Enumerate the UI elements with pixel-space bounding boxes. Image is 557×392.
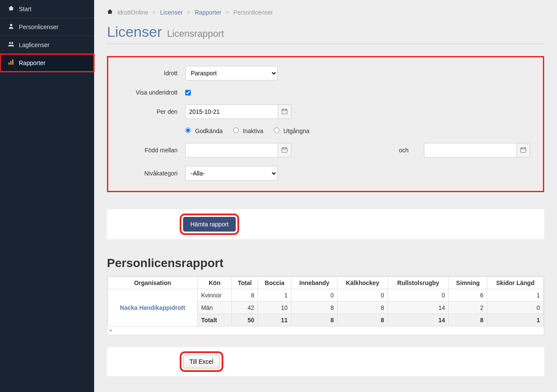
report-table-wrap: Organisation Kön Total Boccia Innebandy … [107,276,544,335]
born-to-input[interactable] [424,143,516,157]
svg-rect-5 [12,59,14,65]
col-kalkhockey: Kälkhockey [338,277,388,289]
and-label: och [399,147,416,154]
sidebar-item-label: Rapporter [19,59,45,66]
show-sub-checkbox[interactable] [185,90,191,95]
level-label: Nivåkategori [117,170,185,177]
status-inactive-option[interactable]: Inaktiva [233,128,264,134]
svg-point-2 [11,42,13,44]
col-total: Total [232,277,258,289]
calendar-icon [281,108,287,116]
svg-rect-3 [9,62,10,65]
report-title: Personlicensrapport [107,256,544,270]
sidebar-item-label: Start [19,6,32,12]
svg-rect-12 [283,147,284,148]
table-row: Nacka Handikappidrott Kvinnor 8 1 0 0 0 … [108,289,544,302]
home-icon [7,5,15,12]
calendar-icon [520,147,526,154]
svg-point-1 [9,42,11,44]
report-table: Organisation Kön Total Boccia Innebandy … [107,276,544,327]
user-icon [7,23,15,30]
svg-rect-6 [282,109,287,114]
excel-panel: Till Excel [107,347,544,376]
home-icon [107,9,115,16]
breadcrumb-sep: > [187,9,190,16]
level-select[interactable]: -Alla- [185,166,278,181]
svg-rect-9 [286,108,287,110]
breadcrumb: IdrottOnline > Licenser > Rapporter > Pe… [107,9,544,16]
sidebar-item-rapporter[interactable]: Rapporter [0,54,94,72]
col-innebandy: Innebandy [291,277,338,289]
svg-rect-8 [283,108,284,110]
svg-rect-14 [521,148,526,152]
sidebar-item-start[interactable]: Start [0,0,94,18]
col-simning: Simning [449,277,487,289]
breadcrumb-sep: > [225,9,229,16]
divider [107,44,544,44]
status-approved-option[interactable]: Godkända [185,128,223,134]
sidebar-item-label: Personlicenser [19,24,59,30]
to-excel-button[interactable]: Till Excel [183,355,220,368]
born-from-input[interactable] [185,143,278,157]
svg-rect-4 [10,61,12,65]
sidebar-item-personlicenser[interactable]: Personlicenser [0,18,94,36]
svg-rect-16 [521,147,522,148]
calendar-button[interactable] [516,143,530,157]
page-subtitle: Licensrapport [167,28,224,39]
sport-label: Idrott [117,70,185,77]
calendar-button[interactable] [278,143,291,157]
col-rullstolsrugby: Rullstolsrugby [388,277,449,289]
breadcrumb-link-rapporter[interactable]: Rapporter [195,9,221,16]
calendar-icon [281,147,287,154]
calendar-button[interactable] [278,104,291,119]
main-content: IdrottOnline > Licenser > Rapporter > Pe… [94,0,557,392]
gender-cell: Kvinnor [198,289,232,302]
sport-select[interactable]: Parasport [185,66,278,80]
filter-form: Idrott Parasport Visa underidrott Per de… [107,56,544,192]
gender-cell: Män [198,302,232,314]
fetch-panel: Hämta rapport [107,209,544,239]
page-header: Licenser Licensrapport [107,24,544,40]
born-between-label: Född mellan [117,147,185,154]
sidebar: Start Personlicenser Laglicenser Rapport… [0,0,94,392]
scroll-hint: ◂ [107,327,544,334]
table-header-row: Organisation Kön Total Boccia Innebandy … [108,277,544,289]
svg-rect-13 [286,147,287,148]
status-expired-radio[interactable] [274,128,279,133]
per-date-label: Per den [117,108,185,115]
per-date-input[interactable] [185,104,278,119]
fetch-report-button[interactable]: Hämta rapport [183,217,236,232]
col-skidor: Skidor Längd [487,277,543,289]
sidebar-item-laglicenser[interactable]: Laglicenser [0,36,94,54]
breadcrumb-link-licenser[interactable]: Licenser [160,9,183,16]
users-icon [7,41,15,48]
show-sub-label: Visa underidrott [117,89,185,96]
page-title: Licenser [107,24,162,40]
status-inactive-radio[interactable] [233,128,239,133]
chart-icon [7,59,15,66]
status-radio-group: Godkända Inaktiva Utgångna [185,128,530,134]
status-expired-option[interactable]: Utgångna [274,128,310,134]
breadcrumb-root: IdrottOnline [117,9,148,16]
breadcrumb-sep: > [152,9,156,16]
status-approved-radio[interactable] [185,128,191,133]
svg-point-0 [10,24,12,26]
breadcrumb-current: Personlicenser [233,9,273,16]
totals-label: Totalt [198,314,232,327]
svg-rect-10 [282,148,287,152]
col-gender: Kön [198,277,232,289]
col-organisation: Organisation [108,277,198,289]
org-cell[interactable]: Nacka Handikappidrott [108,289,198,327]
svg-rect-17 [524,147,525,148]
col-boccia: Boccia [258,277,291,289]
sidebar-item-label: Laglicenser [19,42,50,48]
